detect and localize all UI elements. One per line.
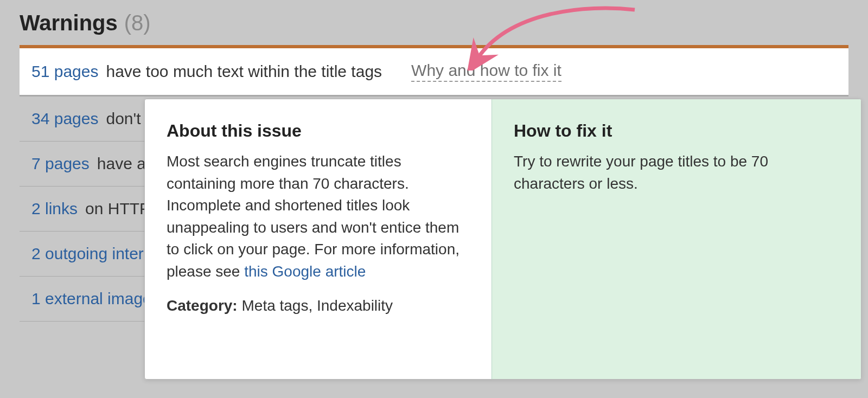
issue-count-link[interactable]: 51 pages	[31, 62, 98, 81]
warnings-heading: Warnings (8)	[20, 11, 848, 45]
about-panel: About this issue Most search engines tru…	[145, 99, 492, 379]
fix-title: How to fix it	[514, 121, 839, 141]
issue-count-link[interactable]: 7 pages	[31, 155, 90, 173]
issue-row[interactable]: 51 pages have too much text within the t…	[20, 48, 848, 97]
google-article-link[interactable]: this Google article	[244, 263, 366, 280]
issue-count-link[interactable]: 2 outgoing intern	[31, 245, 153, 263]
about-body-text: Most search engines truncate titles cont…	[167, 153, 459, 280]
category-label: Category:	[167, 297, 238, 314]
category-value: Meta tags, Indexability	[241, 297, 393, 314]
fix-panel: How to fix it Try to rewrite your page t…	[492, 99, 861, 379]
about-body: Most search engines truncate titles cont…	[167, 151, 470, 283]
warnings-title: Warnings	[20, 11, 118, 35]
fix-body: Try to rewrite your page titles to be 70…	[514, 151, 839, 195]
warnings-count: (8)	[124, 11, 151, 35]
issue-count-link[interactable]: 2 links	[31, 200, 78, 218]
issue-info-popover: About this issue Most search engines tru…	[144, 99, 861, 380]
issue-count-link[interactable]: 34 pages	[31, 110, 98, 128]
category-row: Category: Meta tags, Indexability	[167, 297, 470, 314]
about-title: About this issue	[167, 121, 470, 141]
issue-text: have too much text within the title tags	[106, 62, 382, 81]
why-and-how-link[interactable]: Why and how to fix it	[411, 61, 561, 82]
issue-count-link[interactable]: 1 external image	[31, 290, 152, 308]
